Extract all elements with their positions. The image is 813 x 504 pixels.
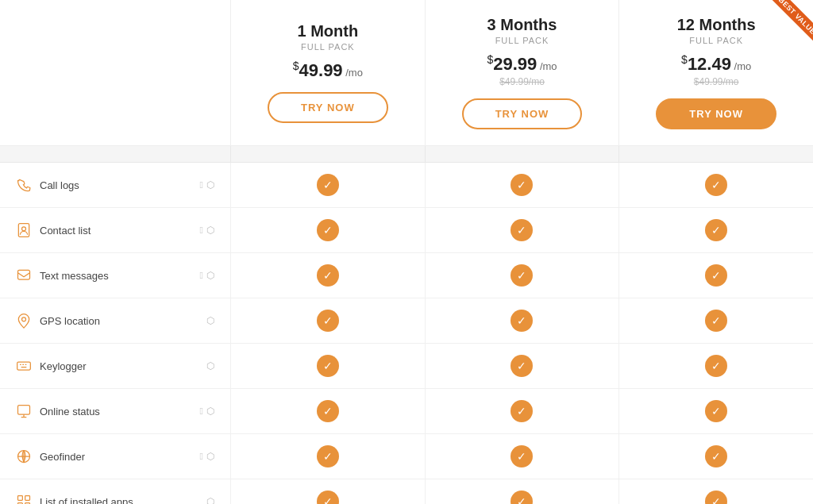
feature-icon-0 <box>16 177 32 193</box>
check-circle: ✓ <box>705 310 727 332</box>
feature-check-3-plan-0: ✓ <box>230 298 425 344</box>
feature-platforms-1: ⬡ <box>200 225 214 236</box>
section-empty-3 <box>618 146 813 163</box>
check-circle: ✓ <box>705 219 727 241</box>
android-icon: ⬡ <box>206 270 214 281</box>
svg-rect-7 <box>18 496 23 501</box>
feature-icon-2 <box>16 267 32 283</box>
section-label <box>0 146 230 163</box>
feature-check-7-plan-1: ✓ <box>425 479 619 504</box>
svg-rect-5 <box>18 406 30 415</box>
feature-check-1-plan-1: ✓ <box>425 208 619 253</box>
dollar-sign-1month: $ <box>293 60 299 72</box>
plan-price-1month: $49.99 /mo <box>293 60 363 81</box>
feature-icon-7 <box>16 494 32 504</box>
android-icon: ⬡ <box>206 496 214 504</box>
plan-price-12months: $12.49 /mo <box>681 53 751 75</box>
android-icon: ⬡ <box>206 360 214 371</box>
apple-icon:  <box>200 225 203 236</box>
feature-label-cell-1: Contact list ⬡ <box>0 208 230 253</box>
check-circle: ✓ <box>317 219 339 241</box>
check-circle: ✓ <box>705 400 727 422</box>
feature-check-5-plan-0: ✓ <box>230 389 425 434</box>
apple-icon:  <box>200 270 203 281</box>
per-mo-3months: /mo <box>537 60 557 72</box>
feature-name-7: List of installed apps <box>40 496 198 504</box>
check-circle: ✓ <box>511 491 533 504</box>
feature-platforms-0: ⬡ <box>200 179 214 190</box>
plan-type-1month: FULL PACK <box>301 42 355 52</box>
check-circle: ✓ <box>317 445 339 467</box>
section-empty-1 <box>230 146 425 163</box>
feature-label-cell-7: List of installed apps ⬡ <box>0 479 230 504</box>
check-circle: ✓ <box>317 491 339 504</box>
feature-check-0-plan-2: ✓ <box>618 163 813 208</box>
try-now-button-1month[interactable]: TRY NOW <box>268 92 388 123</box>
plan-header-12months: BEST VALUE 12 Months FULL PACK $12.49 /m… <box>618 0 813 146</box>
check-circle: ✓ <box>317 355 339 377</box>
check-circle: ✓ <box>705 445 727 467</box>
check-circle: ✓ <box>317 310 339 332</box>
feature-label-cell-0: Call logs ⬡ <box>0 163 230 208</box>
plan-name-12months: 12 Months <box>677 16 756 34</box>
feature-check-5-plan-1: ✓ <box>425 389 619 434</box>
feature-name-2: Text messages <box>40 270 192 282</box>
feature-name-4: Keylogger <box>40 360 198 372</box>
plan-type-12months: FULL PACK <box>689 36 743 45</box>
best-value-badge: BEST VALUE <box>757 0 813 56</box>
try-now-button-12months[interactable]: TRY NOW <box>656 98 776 129</box>
feature-platforms-4: ⬡ <box>206 360 214 371</box>
dollar-sign-3months: $ <box>487 53 493 66</box>
feature-label-cell-4: Keylogger ⬡ <box>0 344 230 389</box>
plan-name-1month: 1 Month <box>298 22 359 40</box>
apple-icon:  <box>200 451 203 462</box>
feature-label-cell-5: Online status ⬡ <box>0 389 230 434</box>
best-value-label: BEST VALUE <box>770 0 813 43</box>
check-circle: ✓ <box>511 445 533 467</box>
check-circle: ✓ <box>511 219 533 241</box>
feature-label-cell-3: GPS location ⬡ <box>0 298 230 344</box>
check-circle: ✓ <box>511 264 533 287</box>
pricing-table: 1 Month FULL PACK $49.99 /mo TRY NOW 3 M… <box>0 0 813 504</box>
feature-check-0-plan-1: ✓ <box>425 163 619 208</box>
feature-check-2-plan-2: ✓ <box>618 253 813 298</box>
feature-check-6-plan-2: ✓ <box>618 434 813 479</box>
dollar-sign-12months: $ <box>681 53 688 66</box>
feature-label-cell-2: Text messages ⬡ <box>0 253 230 298</box>
plan-name-3months: 3 Months <box>487 16 557 34</box>
plan-header-1month: 1 Month FULL PACK $49.99 /mo TRY NOW <box>230 0 425 146</box>
feature-name-1: Contact list <box>40 225 192 237</box>
feature-name-0: Call logs <box>40 179 192 191</box>
plan-type-3months: FULL PACK <box>495 36 549 45</box>
feature-platforms-5: ⬡ <box>200 406 214 417</box>
feature-check-7-plan-0: ✓ <box>230 479 425 504</box>
feature-icon-6 <box>16 448 32 464</box>
android-icon: ⬡ <box>206 315 214 326</box>
feature-check-5-plan-2: ✓ <box>618 389 813 434</box>
feature-icon-5 <box>16 403 32 419</box>
feature-check-2-plan-1: ✓ <box>425 253 619 298</box>
plan-original-price-12months: $49.99/mo <box>694 76 739 87</box>
check-circle: ✓ <box>511 400 533 422</box>
feature-name-3: GPS location <box>40 315 198 327</box>
feature-icon-4 <box>16 358 32 374</box>
check-circle: ✓ <box>705 174 727 196</box>
android-icon: ⬡ <box>206 451 214 462</box>
svg-rect-8 <box>25 496 30 501</box>
header-empty-cell <box>0 0 230 146</box>
feature-check-4-plan-0: ✓ <box>230 344 425 389</box>
feature-name-5: Online status <box>40 406 192 417</box>
feature-platforms-3: ⬡ <box>206 315 214 326</box>
check-circle: ✓ <box>511 174 533 196</box>
feature-check-7-plan-2: ✓ <box>618 479 813 504</box>
feature-name-6: Geofinder <box>40 451 192 463</box>
apple-icon:  <box>200 179 203 190</box>
feature-icon-3 <box>16 313 32 329</box>
plan-original-price-3months: $49.99/mo <box>499 76 545 87</box>
feature-check-0-plan-0: ✓ <box>230 163 425 208</box>
try-now-button-3months[interactable]: TRY NOW <box>462 98 583 129</box>
svg-point-3 <box>22 317 26 321</box>
feature-icon-1 <box>16 222 32 238</box>
feature-platforms-6: ⬡ <box>200 451 214 462</box>
apple-icon:  <box>200 406 203 417</box>
